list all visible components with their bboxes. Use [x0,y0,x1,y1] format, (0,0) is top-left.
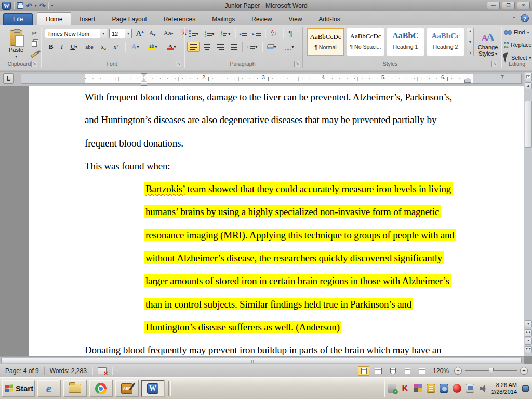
clipboard-dialog-launcher-icon[interactable]: ↘ [31,61,37,67]
tab-view[interactable]: View [281,13,311,25]
font-color-button[interactable]: A ▾ [163,42,180,52]
increase-indent-button[interactable]: ▸ [250,29,263,38]
app-tray-icon[interactable] [414,384,422,393]
numbering-button[interactable]: 123 ▾ [203,29,216,38]
antivirus-icon[interactable]: K [401,384,409,393]
document-line-highlighted[interactable]: without Alzheimer’s disease, the researc… [85,247,500,270]
document-line[interactable]: Donating blood frequently may prevent ir… [85,339,500,356]
style-heading1[interactable]: AaBbC Heading 1 [387,28,424,56]
paragraph-dialog-launcher-icon[interactable]: ↘ [294,61,300,67]
superscript-button[interactable]: x² [110,42,122,52]
text-highlight-button[interactable]: ab ▾ [144,42,161,52]
document-line-highlighted[interactable]: humans’ brains by using a highly special… [85,201,500,223]
tab-selector-button[interactable]: L [3,73,14,84]
subscript-button[interactable]: x₂ [98,42,109,52]
word-count[interactable]: Words: 2,283 [45,367,92,375]
zoom-out-button[interactable]: − [454,367,462,375]
document-line[interactable]: and Huntington’s diseases are also degen… [85,109,500,131]
document-line[interactable]: frequent blood donations. [85,132,500,155]
change-styles-button[interactable]: AA Change Styles ▾ [476,28,500,60]
tab-review[interactable]: Review [243,13,280,25]
tab-add-ins[interactable]: Add-Ins [310,13,348,25]
format-painter-button[interactable] [29,50,39,59]
styles-gallery-scroll[interactable]: ▲ ▼ ⊽ [467,28,474,56]
tab-references[interactable]: References [155,13,204,25]
scroll-up-icon[interactable]: ▲ [469,29,472,33]
text-effects-button[interactable]: A ▾ [128,42,142,52]
document-line-highlighted[interactable]: Bartzokis’ team showed that they could a… [85,178,500,201]
scroll-down-icon[interactable]: ▼ [469,40,472,44]
close-button[interactable]: ✕ [517,2,530,9]
tab-home[interactable]: Home [37,12,71,25]
bullets-button[interactable]: ▾ [187,29,201,38]
document-line-highlighted[interactable]: than in control subjects. Similar findin… [85,293,500,316]
previous-page-button[interactable]: ▲▲ [525,329,532,337]
show-desktop-icon[interactable] [522,385,529,392]
volume-icon[interactable]: ) [478,384,487,393]
line-spacing-button[interactable]: ↕ ▾ [244,42,260,52]
copy-button[interactable] [29,39,39,48]
update-tray-icon[interactable] [453,384,461,393]
align-center-button[interactable] [201,42,213,52]
justify-button[interactable] [228,42,240,52]
gallery-expand-icon[interactable]: ⊽ [469,50,471,55]
tab-mailings[interactable]: Mailings [204,13,243,25]
document-line[interactable]: With frequent blood donations, damage to… [85,86,500,109]
view-ruler-toggle-button[interactable] [525,73,532,81]
web-layout-view-button[interactable] [387,366,398,376]
vertical-scrollbar[interactable]: ▲ ▼ ▲▲ ● ▼▼ [524,72,532,356]
multilevel-list-button[interactable]: 1ai ▾ [218,29,233,38]
taskbar-clock[interactable]: 8:26 AM 2/28/2014 [491,382,517,395]
borders-button[interactable]: ▾ [282,42,297,52]
replace-button[interactable]: abac Replace [504,41,532,48]
zoom-level[interactable]: 120% [433,367,449,375]
style-no-spacing[interactable]: AaBbCcDc ¶ No Spaci... [347,28,384,56]
shrink-font-button[interactable]: A▾ [147,28,158,38]
minimize-button[interactable]: — [487,2,500,9]
show-hide-pilcrow-button[interactable]: ¶ [285,28,296,38]
safely-remove-hardware-icon[interactable] [388,384,396,393]
tab-insert[interactable]: Insert [71,13,103,25]
decrease-indent-button[interactable]: ◂ [237,29,249,38]
tab-file[interactable]: File [3,13,33,25]
scroll-up-button[interactable]: ▲ [525,82,532,89]
document-line[interactable]: This was found when: [85,155,500,178]
taskbar-item-dictionary[interactable]: ABC [115,380,139,397]
taskbar-item-chrome[interactable] [89,380,113,397]
font-size-combobox[interactable]: 12 ▾ [109,29,132,38]
bold-button[interactable]: B [46,42,56,52]
sort-button[interactable]: A Z ↓ [267,28,281,38]
style-normal[interactable]: AaBbCcDc ¶ Normal [307,28,344,56]
align-right-button[interactable] [214,42,227,52]
document-line-highlighted[interactable]: larger amounts of stored iron in certain… [85,270,500,292]
minimize-ribbon-icon[interactable]: ⌃ [512,16,516,21]
print-layout-view-button[interactable] [358,366,369,376]
scroll-down-button[interactable]: ▼ [525,320,532,327]
tab-page-layout[interactable]: Page Layout [103,13,155,25]
underline-button[interactable]: U ▾ [66,42,81,52]
misspelled-word[interactable]: Bartzokis’ [145,183,185,194]
document-line-highlighted[interactable]: Huntington’s disease sufferers as well. … [85,316,500,339]
document-page[interactable]: With frequent blood donations, damage to… [29,86,524,356]
styles-dialog-launcher-icon[interactable]: ↘ [491,61,497,67]
help-icon[interactable]: ? [521,14,529,22]
change-case-button[interactable]: Aa ▾ [161,28,176,38]
style-heading2[interactable]: AaBbCc Heading 2 [427,28,464,56]
page-indicator[interactable]: Page: 4 of 9 [0,367,44,375]
grow-font-button[interactable]: A▴ [134,28,145,38]
start-button[interactable]: Start [2,380,35,397]
network-icon[interactable] [466,384,474,393]
messenger-tray-icon[interactable] [440,384,448,393]
vertical-scrollbar-thumb[interactable] [525,101,532,148]
paste-button[interactable]: Paste ▾ [4,28,28,60]
font-name-combobox[interactable]: Times New Rom ▾ [45,29,107,38]
find-button[interactable]: Find ▾ [504,29,529,35]
italic-button[interactable]: I [57,42,66,52]
strikethrough-button[interactable]: abe [82,42,97,52]
select-browse-object-button[interactable]: ● [525,338,532,345]
taskbar-item-internet-explorer[interactable]: e [37,380,61,397]
taskbar-item-file-explorer[interactable] [63,380,87,397]
restore-button[interactable]: ❐ [502,2,515,9]
draft-view-button[interactable] [416,366,428,376]
taskbar-item-word-active[interactable]: W [141,380,165,397]
